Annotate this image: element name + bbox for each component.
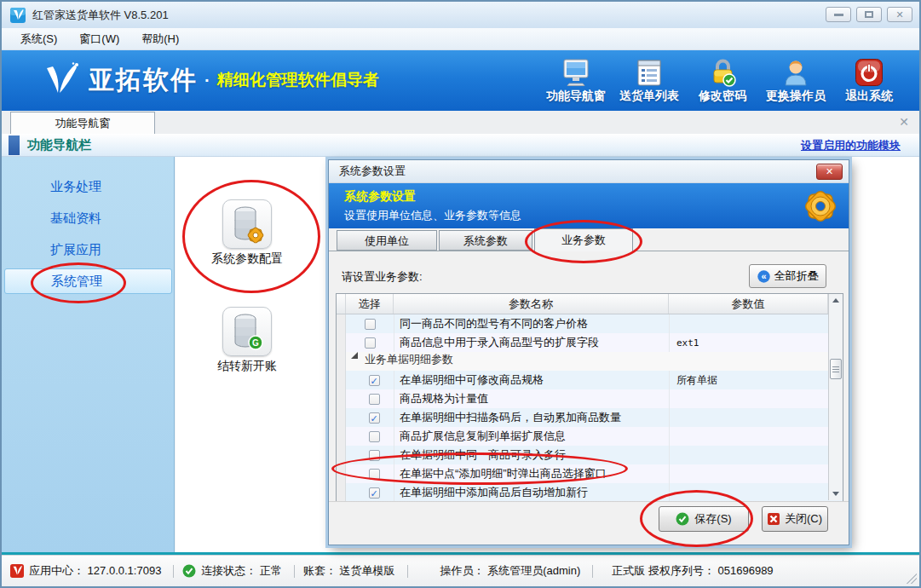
- param-checkbox[interactable]: ✓: [369, 375, 380, 386]
- menu-item-0[interactable]: 系统(S): [17, 30, 60, 49]
- param-name: 商品信息中用于录入商品型号的扩展字段: [394, 333, 669, 352]
- status-item-text: 操作员： 系统管理员(admin): [440, 563, 581, 579]
- scroll-down-icon[interactable]: [829, 487, 843, 500]
- param-value: [669, 427, 828, 446]
- svg-text:G: G: [252, 338, 259, 348]
- param-row[interactable]: 商品信息中用于录入商品型号的扩展字段 ext1: [337, 333, 843, 352]
- dialog-prompt: 请设置业务参数:: [342, 269, 423, 285]
- close-icon: ✕: [895, 10, 903, 20]
- toolbar-button-change-password[interactable]: 修改密码: [686, 55, 759, 104]
- param-checkbox[interactable]: ✓: [369, 487, 380, 499]
- collapse-all-label: 全部折叠: [774, 268, 819, 284]
- shortcut-label-system-param-config: 系统参数配置: [187, 251, 307, 267]
- param-name: 在单据明细中扫描条码后，自动累加商品数量: [394, 408, 669, 427]
- sidebar-item-2[interactable]: 扩展应用: [4, 237, 172, 262]
- param-row[interactable]: 商品规格为计量值: [337, 389, 843, 408]
- status-separator: [294, 565, 295, 578]
- brand-separator: ·: [204, 71, 210, 90]
- param-name: 在单据明细中可修改商品规格: [394, 371, 669, 389]
- window-titlebar: 红管家送货单软件 V8.5.201 ✕: [2, 2, 919, 28]
- param-row[interactable]: ✓ 在单据明细中添加商品后自动增加新行: [337, 483, 843, 502]
- status-item-text: 账套： 送货单模版: [303, 563, 395, 579]
- app-logo-red-icon: [10, 564, 24, 578]
- param-name: 在单据明细中添加商品后自动增加新行: [394, 483, 669, 502]
- minimize-button[interactable]: [826, 7, 851, 22]
- header-toolbar: 功能导航窗送货单列表修改密码更换操作员退出系统: [539, 55, 906, 104]
- status-bar: 应用中心： 127.0.0.1:7093连接状态： 正常账套： 送货单模版操作员…: [2, 555, 919, 586]
- param-row[interactable]: ✓ 在单据明细中可修改商品规格 所有单据: [337, 371, 843, 389]
- toolbar-button-switch-operator[interactable]: 更换操作员: [759, 55, 832, 104]
- sidebar-item-0[interactable]: 业务处理: [4, 174, 172, 199]
- param-row[interactable]: ✓ 在单据明细中扫描条码后，自动累加商品数量: [337, 408, 843, 427]
- dialog-banner: 系统参数设置 设置使用单位信息、业务参数等信息: [329, 183, 849, 228]
- collapse-all-button[interactable]: « 全部折叠: [749, 264, 826, 288]
- close-button-label: 关闭(C): [785, 511, 822, 527]
- sidebar-item-1[interactable]: 基础资料: [4, 205, 172, 231]
- status-item-text: 连接状态： 正常: [201, 563, 282, 579]
- menu-bar: 系统(S)窗口(W)帮助(H): [2, 28, 919, 50]
- scroll-up-icon[interactable]: [829, 294, 843, 307]
- param-name: 商品规格为计量值: [394, 389, 669, 408]
- param-row[interactable]: 同一商品不同的型号有不同的客户价格: [337, 314, 843, 333]
- database-gear-icon: [230, 205, 264, 244]
- toolbar-button-delivery-list[interactable]: 送货单列表: [613, 55, 686, 104]
- lock-icon: [708, 55, 738, 87]
- brand-logo-icon: [41, 62, 80, 98]
- dialog-close-action-button[interactable]: 关闭(C): [762, 506, 828, 532]
- toolbar-label-exit-system: 退出系统: [845, 89, 893, 104]
- toolbar-button-exit-system[interactable]: 退出系统: [832, 55, 906, 104]
- resize-grip[interactable]: [907, 574, 917, 584]
- param-value: [669, 314, 828, 333]
- param-row[interactable]: 商品扩展信息复制到单据扩展信息: [337, 427, 843, 446]
- sidebar-item-3[interactable]: 系统管理: [4, 268, 172, 294]
- param-checkbox[interactable]: [369, 469, 380, 480]
- nav-sidebar: 业务处理基础资料扩展应用系统管理: [2, 157, 175, 552]
- param-row[interactable]: 在单据中点“添加明细”时弹出商品选择窗口: [337, 464, 843, 483]
- tab-nav-window[interactable]: 功能导航窗: [10, 112, 155, 134]
- status-item-1: 连接状态： 正常: [182, 563, 282, 579]
- menu-item-2[interactable]: 帮助(H): [138, 30, 182, 49]
- expander-icon[interactable]: [351, 352, 358, 359]
- menu-item-1[interactable]: 窗口(W): [76, 30, 123, 49]
- scrollbar-thumb[interactable]: [830, 359, 842, 379]
- maximize-button[interactable]: [856, 7, 882, 22]
- status-separator: [407, 565, 408, 578]
- dialog-tabs: 使用单位系统参数业务参数: [337, 228, 635, 251]
- param-value: [669, 389, 828, 408]
- param-value: [669, 446, 828, 464]
- toolbar-button-nav-window[interactable]: 功能导航窗: [539, 55, 613, 104]
- tab-close-icon[interactable]: ✕: [899, 115, 909, 129]
- param-value: 所有单据: [669, 371, 828, 389]
- close-x-icon: [768, 513, 780, 525]
- param-checkbox[interactable]: [369, 450, 380, 461]
- nav-header-marker: [9, 135, 20, 155]
- module-settings-link[interactable]: 设置启用的功能模块: [801, 138, 901, 153]
- param-checkbox[interactable]: [365, 337, 376, 349]
- status-item-2: 账套： 送货单模版: [303, 563, 395, 579]
- param-checkbox[interactable]: [369, 431, 380, 442]
- close-button[interactable]: ✕: [887, 7, 912, 22]
- brand-slogan: 精细化管理软件倡导者: [217, 69, 379, 91]
- params-table-header: 选择参数名称参数值: [337, 294, 843, 314]
- shortcut-system-param-config[interactable]: [222, 199, 272, 249]
- dialog-close-button[interactable]: ✕: [816, 164, 843, 180]
- param-checkbox[interactable]: [369, 394, 380, 405]
- param-value: [669, 483, 828, 502]
- header-banner: 亚拓软件 · 精细化管理软件倡导者 功能导航窗送货单列表修改密码更换操作员退出系…: [2, 50, 919, 111]
- user-icon: [781, 55, 810, 87]
- header-param-value: 参数值: [669, 294, 828, 314]
- table-scrollbar[interactable]: [828, 294, 843, 500]
- dialog-tab-0[interactable]: 使用单位: [337, 230, 437, 251]
- dialog-tab-1[interactable]: 系统参数: [439, 230, 532, 251]
- minimize-icon: [834, 14, 843, 16]
- save-button[interactable]: 保存(S): [659, 506, 749, 532]
- toolbar-label-delivery-list: 送货单列表: [619, 89, 679, 104]
- group-row[interactable]: 业务单据明细参数: [337, 352, 843, 371]
- dialog-tab-2[interactable]: 业务参数: [534, 228, 633, 251]
- dialog-titlebar[interactable]: 系统参数设置: [329, 160, 849, 183]
- param-checkbox[interactable]: ✓: [369, 412, 380, 424]
- shortcut-carry-forward-new-account[interactable]: G: [222, 307, 272, 356]
- param-checkbox[interactable]: [365, 319, 376, 330]
- status-item-3: 操作员： 系统管理员(admin): [440, 563, 581, 579]
- param-row[interactable]: 在单据明细中同一商品可录入多行: [337, 446, 843, 464]
